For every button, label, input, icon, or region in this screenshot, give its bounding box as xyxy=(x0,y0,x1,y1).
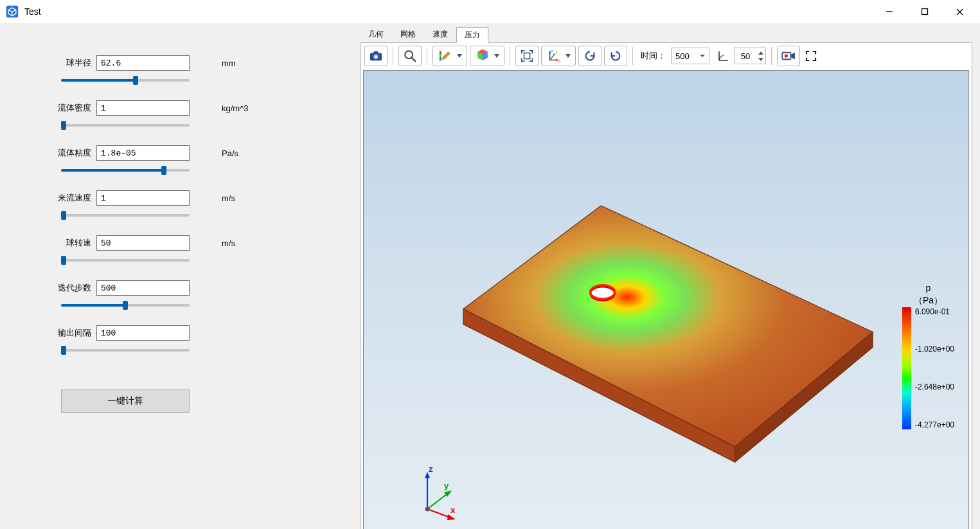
rotate-cw-button[interactable] xyxy=(604,46,627,66)
svg-text:x: x xyxy=(450,505,456,515)
angle-icon xyxy=(717,49,730,63)
zoom-button[interactable] xyxy=(398,46,422,66)
svg-point-20 xyxy=(785,54,788,57)
param-input-0[interactable] xyxy=(96,55,190,71)
param-row: 球半径mm xyxy=(0,55,360,71)
param-slider-0[interactable] xyxy=(61,79,190,82)
angle-value[interactable] xyxy=(735,51,756,61)
tab-2[interactable]: 速度 xyxy=(424,26,456,42)
colorbar-title-1: p xyxy=(902,283,954,294)
svg-rect-2 xyxy=(922,9,927,15)
svg-text:z: z xyxy=(551,49,553,53)
record-button[interactable] xyxy=(777,46,800,66)
tab-1[interactable]: 网格 xyxy=(392,26,424,42)
svg-text:z: z xyxy=(429,464,433,474)
param-unit: m/s xyxy=(190,238,235,248)
tab-3[interactable]: 压力 xyxy=(456,27,488,43)
param-label: 输出间隔 xyxy=(0,327,96,339)
angle-spinner[interactable] xyxy=(734,48,766,64)
view-tabs: 几何网格速度压力 xyxy=(360,28,972,42)
svg-rect-6 xyxy=(373,51,378,55)
calculate-button[interactable]: 一键计算 xyxy=(61,390,190,413)
svg-point-35 xyxy=(425,507,430,511)
colorbar-tick: -1.020e+00 xyxy=(915,345,954,354)
param-unit: kg/m^3 xyxy=(190,103,235,113)
svg-text:y: y xyxy=(444,481,449,490)
param-input-2[interactable] xyxy=(96,145,190,161)
param-row: 输出间隔 xyxy=(0,325,360,341)
param-input-6[interactable] xyxy=(96,325,190,341)
orientation-triad: z y x xyxy=(412,463,470,521)
close-button[interactable] xyxy=(942,0,977,23)
3d-viewport[interactable]: z y x p （Pa） 6.090e-01 xyxy=(363,70,969,529)
colorbar-tick: 6.090e-01 xyxy=(915,307,954,316)
viewer-panel: 几何网格速度压力 xyxy=(360,23,980,529)
param-row: 迭代步数 xyxy=(0,280,360,296)
viewer-toolbar: x y z 时间： 500 xyxy=(361,43,972,69)
param-slider-3[interactable] xyxy=(61,214,190,217)
param-slider-5[interactable] xyxy=(61,304,190,307)
param-unit: m/s xyxy=(190,193,235,203)
titlebar: Test xyxy=(0,0,980,23)
snapshot-button[interactable] xyxy=(364,46,388,66)
maximize-button[interactable] xyxy=(907,0,942,23)
param-input-5[interactable] xyxy=(96,280,190,296)
colorbar-gradient xyxy=(902,307,911,429)
axes-orientation-button[interactable]: x y z xyxy=(541,46,576,66)
svg-line-10 xyxy=(412,58,416,62)
colorbar-ticks: 6.090e-01 -1.020e+00 -2.648e+00 -4.277e+… xyxy=(911,307,954,429)
rotate-ccw-button[interactable] xyxy=(578,46,601,66)
param-input-1[interactable] xyxy=(96,100,190,116)
param-row: 流体密度kg/m^3 xyxy=(0,100,360,116)
app-icon xyxy=(5,4,19,19)
param-slider-6[interactable] xyxy=(61,349,190,352)
param-slider-1[interactable] xyxy=(61,124,190,127)
param-input-3[interactable] xyxy=(96,190,190,206)
fit-view-button[interactable] xyxy=(515,46,539,66)
param-unit: mm xyxy=(190,58,235,68)
window-title: Test xyxy=(24,6,41,17)
svg-rect-11 xyxy=(439,51,441,61)
param-label: 来流速度 xyxy=(0,192,96,204)
time-label: 时间： xyxy=(641,50,666,62)
minimize-button[interactable] xyxy=(871,0,907,23)
time-value: 500 xyxy=(675,51,690,61)
fullscreen-button[interactable] xyxy=(803,46,819,66)
param-label: 球转速 xyxy=(0,237,96,249)
tab-0[interactable]: 几何 xyxy=(360,26,392,42)
colorbar-tick: -2.648e+00 xyxy=(915,382,954,391)
svg-marker-21 xyxy=(463,206,873,447)
status-colon: ： xyxy=(663,525,670,529)
edit-colormap-button[interactable] xyxy=(432,46,467,66)
param-label: 流体粘度 xyxy=(0,147,96,159)
param-label: 迭代步数 xyxy=(0,282,96,294)
colormap-preset-button[interactable] xyxy=(470,46,504,66)
svg-text:x: x xyxy=(558,58,560,62)
svg-point-8 xyxy=(375,55,377,58)
parameters-panel: 球半径mm流体密度kg/m^3流体粘度Pa/s来流速度m/s球转速m/s迭代步数… xyxy=(0,23,360,529)
pressure-render xyxy=(364,71,968,529)
svg-text:y: y xyxy=(555,49,557,53)
param-unit: Pa/s xyxy=(190,148,235,158)
svg-marker-33 xyxy=(447,514,456,520)
colorbar: p （Pa） 6.090e-01 -1.020e+00 -2.648e+00 -… xyxy=(902,283,954,429)
colorbar-title-2: （Pa） xyxy=(902,295,954,306)
param-row: 流体粘度Pa/s xyxy=(0,145,360,161)
param-label: 球半径 xyxy=(0,57,96,69)
param-slider-4[interactable] xyxy=(61,259,190,262)
time-select[interactable]: 500 xyxy=(671,48,709,64)
param-row: 球转速m/s xyxy=(0,235,360,251)
svg-rect-12 xyxy=(524,53,530,58)
param-input-4[interactable] xyxy=(96,235,190,251)
param-row: 来流速度m/s xyxy=(0,190,360,206)
angle-up[interactable] xyxy=(756,49,765,56)
param-slider-2[interactable] xyxy=(61,169,190,172)
angle-down[interactable] xyxy=(756,56,765,62)
colorbar-tick: -4.277e+00 xyxy=(915,420,954,429)
param-label: 流体密度 xyxy=(0,102,96,114)
